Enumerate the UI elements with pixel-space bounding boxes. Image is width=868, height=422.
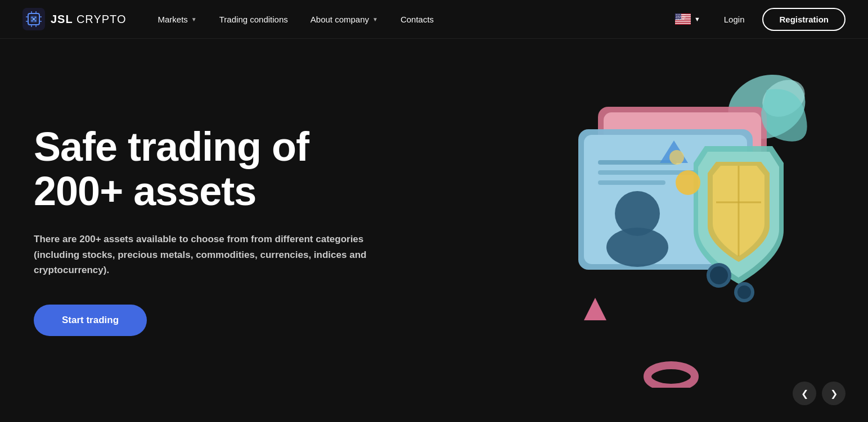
svg-rect-26	[675, 21, 691, 22]
svg-rect-29	[675, 24, 691, 25]
hero-illustration	[485, 73, 823, 388]
nav-about-company[interactable]: About company ▼	[302, 10, 387, 29]
svg-point-51	[737, 285, 751, 299]
svg-point-12	[35, 17, 37, 19]
svg-rect-25	[675, 20, 691, 21]
language-selector[interactable]: ★★★★★★ ★★★★★ ★★★★★★ ★★★★★ ▼	[669, 10, 706, 28]
svg-rect-43	[598, 180, 665, 185]
login-button[interactable]: Login	[715, 10, 754, 29]
svg-point-14	[35, 20, 37, 22]
nav-contacts[interactable]: Contacts	[392, 10, 443, 29]
hero-title: Safe trading of 200+ assets	[34, 125, 405, 214]
svg-rect-28	[675, 23, 691, 24]
svg-text:★★★★★: ★★★★★	[676, 18, 685, 20]
navbar: JSL CRYPTO Markets ▼ Trading conditions …	[0, 0, 868, 39]
flag-us-icon: ★★★★★★ ★★★★★ ★★★★★★ ★★★★★	[675, 13, 691, 25]
lang-chevron-icon: ▼	[694, 16, 700, 22]
start-trading-button[interactable]: Start trading	[34, 305, 147, 336]
hero-illustration-svg	[485, 73, 823, 388]
svg-point-45	[606, 228, 668, 267]
svg-point-15	[33, 18, 35, 20]
logo[interactable]: JSL CRYPTO	[23, 8, 127, 30]
next-slide-button[interactable]: ❯	[822, 382, 845, 405]
svg-point-13	[32, 20, 33, 22]
markets-chevron-icon: ▼	[191, 16, 197, 22]
logo-text: JSL CRYPTO	[51, 13, 127, 26]
nav-links: Markets ▼ Trading conditions About compa…	[149, 10, 443, 29]
navbar-right: ★★★★★★ ★★★★★ ★★★★★★ ★★★★★ ▼ Login Regist…	[669, 8, 845, 31]
logo-icon	[23, 8, 45, 30]
hero-content: Safe trading of 200+ assets There are 20…	[0, 125, 439, 336]
hero-section: Safe trading of 200+ assets There are 20…	[0, 39, 868, 422]
svg-point-52	[647, 365, 695, 388]
prev-slide-button[interactable]: ❮	[793, 382, 816, 405]
navbar-left: JSL CRYPTO Markets ▼ Trading conditions …	[23, 8, 443, 30]
registration-button[interactable]: Registration	[762, 8, 845, 31]
about-chevron-icon: ▼	[372, 16, 378, 22]
svg-marker-53	[584, 298, 606, 320]
nav-markets[interactable]: Markets ▼	[149, 10, 206, 29]
svg-point-55	[676, 170, 700, 195]
svg-point-56	[669, 150, 684, 165]
svg-rect-27	[675, 22, 691, 23]
nav-arrows: ❮ ❯	[793, 382, 845, 405]
hero-subtitle: There are 200+ assets available to choos…	[34, 232, 405, 278]
svg-point-11	[32, 17, 33, 19]
nav-trading-conditions[interactable]: Trading conditions	[210, 10, 297, 29]
svg-point-49	[710, 266, 728, 284]
